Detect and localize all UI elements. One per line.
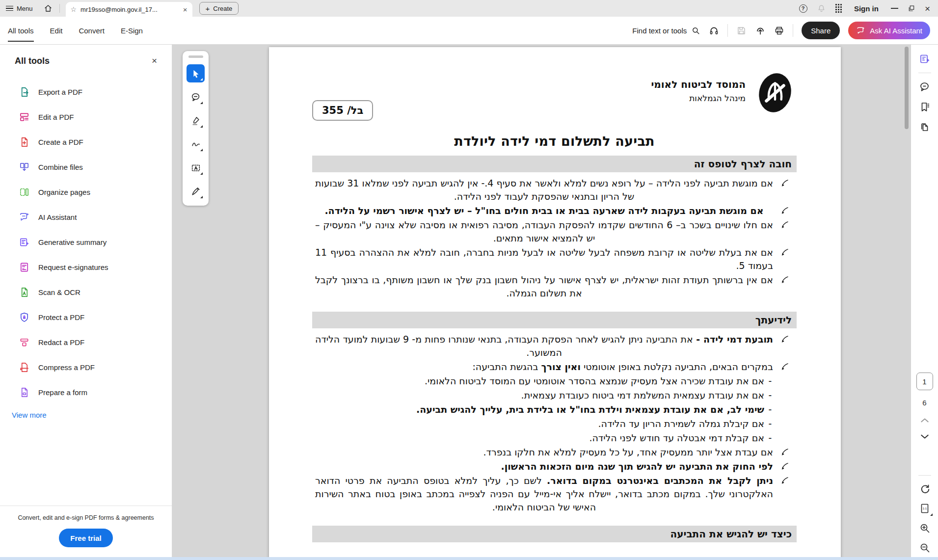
read-aloud-button[interactable] bbox=[709, 26, 719, 36]
bullet-text: אם קבלת דמי אבטלה עד חודש לפני הלידה. bbox=[315, 431, 764, 445]
sidebar-tool-edit-a-pdf[interactable]: Edit a PDF bbox=[0, 105, 172, 130]
free-trial-button[interactable]: Free trial bbox=[59, 529, 112, 547]
export-pdf-icon bbox=[19, 86, 30, 98]
hand-pointer-icon bbox=[773, 218, 796, 245]
home-button[interactable] bbox=[39, 0, 57, 17]
select-cursor-tool[interactable] bbox=[187, 64, 205, 82]
draw-tool[interactable] bbox=[187, 135, 205, 153]
page-number-input[interactable]: 1 bbox=[916, 373, 933, 390]
bullet-text: ניתן לקבל את המכתבים באינטרנט במקום בדוא… bbox=[315, 474, 773, 514]
org-subtitle: מינהל הגמלאות bbox=[651, 93, 746, 103]
zoom-out-icon bbox=[919, 542, 931, 554]
window-bottom-edge bbox=[0, 557, 938, 560]
window-minimize-button[interactable] bbox=[891, 8, 898, 9]
tab-esign[interactable]: E-Sign bbox=[121, 17, 143, 44]
view-more-link[interactable]: View more bbox=[0, 405, 47, 419]
sidebar-tool-create-a-pdf[interactable]: Create a PDF bbox=[0, 130, 172, 155]
window-close-button[interactable]: × bbox=[925, 4, 930, 13]
create-pdf-icon bbox=[19, 136, 30, 148]
sidebar-tool-organize-pages[interactable]: Organize pages bbox=[0, 180, 172, 205]
drag-handle[interactable] bbox=[188, 55, 203, 58]
sign-in-button[interactable]: Sign in bbox=[854, 4, 879, 13]
comments-panel-button[interactable] bbox=[918, 80, 931, 93]
bullet-text: אם קיבלת גמלה לשמירת הריון עד הלידה. bbox=[315, 417, 764, 430]
tool-label: Protect a PDF bbox=[38, 313, 84, 321]
notifications-bell-icon[interactable] bbox=[817, 4, 826, 13]
zoom-fit-button[interactable]: 1:1 bbox=[918, 502, 931, 515]
rotate-icon bbox=[919, 483, 931, 495]
dash-marker: - bbox=[764, 403, 776, 416]
bullet-text: אם את עובדת עצמאית המשלמת דמי ביטוח כעוב… bbox=[315, 389, 764, 402]
bullet-text: אם מוגשת תביעה בעקבות לידה שארעה בבית או… bbox=[315, 204, 773, 217]
sidebar-tool-scan-ocr[interactable]: Scan & OCR bbox=[0, 280, 172, 305]
print-button[interactable] bbox=[774, 26, 784, 36]
quick-tools-bar bbox=[183, 51, 209, 206]
bullet-text: לפי החוק את התביעה יש להגיש תוך שנה מיום… bbox=[315, 460, 773, 473]
dash-marker: - bbox=[764, 374, 776, 388]
draw-icon bbox=[190, 139, 201, 150]
create-button[interactable]: + Create bbox=[199, 2, 239, 15]
window-restore-button[interactable] bbox=[908, 4, 915, 12]
comment-icon bbox=[190, 92, 201, 103]
sidebar-tool-generative-summary[interactable]: Generative summary bbox=[0, 230, 172, 255]
right-rail: 1 6 1:1 bbox=[911, 45, 938, 557]
section-items: תובעת דמי לידה - את התביעה ניתן להגיש לא… bbox=[312, 328, 797, 514]
find-label: Find text or tools bbox=[632, 27, 687, 35]
print-icon bbox=[774, 26, 784, 36]
save-button[interactable] bbox=[736, 26, 747, 36]
page-copies-button[interactable] bbox=[918, 121, 931, 133]
share-button[interactable]: Share bbox=[802, 22, 840, 39]
tool-list: Export a PDFEdit a PDFCreate a PDFCombin… bbox=[0, 80, 172, 405]
next-page-button[interactable] bbox=[920, 433, 930, 440]
find-text-button[interactable]: Find text or tools bbox=[632, 26, 700, 35]
upload-cloud-button[interactable] bbox=[755, 25, 766, 36]
tool-label: Redact a PDF bbox=[38, 338, 84, 347]
highlight-tool[interactable] bbox=[187, 111, 205, 130]
comment-tool[interactable] bbox=[187, 88, 205, 106]
previous-page-button[interactable] bbox=[920, 417, 930, 424]
rotate-page-button[interactable] bbox=[918, 482, 931, 495]
chevron-up-icon bbox=[920, 417, 930, 424]
protect-pdf-icon bbox=[19, 312, 30, 323]
ask-ai-assistant-button[interactable]: Ask AI Assistant bbox=[848, 22, 930, 39]
sidebar-tool-redact-a-pdf[interactable]: Redact a PDF bbox=[0, 330, 172, 355]
hamburger-icon bbox=[6, 6, 13, 11]
hand-pointer-icon bbox=[773, 204, 796, 217]
generative-summary-button[interactable] bbox=[918, 53, 931, 65]
organize-pages-icon bbox=[19, 187, 30, 198]
app-switcher-icon[interactable] bbox=[835, 4, 842, 13]
tool-label: Request e-signatures bbox=[38, 263, 108, 271]
combine-files-icon bbox=[19, 161, 30, 173]
dash-marker: - bbox=[764, 417, 776, 430]
sidebar-tool-compress-a-pdf[interactable]: Compress a PDF bbox=[0, 355, 172, 380]
sidebar-tool-ai-assistant[interactable]: AI Assistant bbox=[0, 205, 172, 230]
main-toolbar: All tools Edit Convert E-Sign Find text … bbox=[0, 17, 938, 45]
menu-button[interactable]: Menu bbox=[0, 0, 39, 17]
sidebar-tool-combine-files[interactable]: Combine files bbox=[0, 155, 172, 180]
tab-edit[interactable]: Edit bbox=[50, 17, 63, 44]
tab-all-tools[interactable]: All tools bbox=[8, 17, 34, 44]
hand-pointer-icon bbox=[773, 474, 796, 514]
text-select-tool[interactable] bbox=[187, 159, 205, 177]
star-icon[interactable]: ☆ bbox=[71, 5, 77, 13]
rail-divider bbox=[918, 73, 931, 73]
bookmarks-panel-button[interactable] bbox=[918, 101, 931, 113]
tool-label: Create a PDF bbox=[38, 138, 83, 146]
zoom-in-button[interactable] bbox=[918, 522, 931, 534]
document-tab[interactable]: ☆ mr19sso@moin.gov.il_17... × bbox=[66, 2, 192, 17]
fill-sign-tool[interactable] bbox=[187, 182, 205, 200]
sidebar-tool-prepare-a-form[interactable]: Prepare a form bbox=[0, 380, 172, 405]
panel-close-icon[interactable]: × bbox=[152, 55, 157, 66]
sidebar-tool-protect-a-pdf[interactable]: Protect a PDF bbox=[0, 305, 172, 330]
vertical-scrollbar-thumb[interactable] bbox=[905, 47, 909, 129]
document-bullet: לפי החוק את התביעה יש להגיש תוך שנה מיום… bbox=[315, 460, 796, 473]
tab-close-icon[interactable]: × bbox=[183, 5, 188, 14]
tool-label: AI Assistant bbox=[38, 213, 77, 221]
sidebar-tool-export-a-pdf[interactable]: Export a PDF bbox=[0, 80, 172, 105]
sidebar-tool-request-e-signatures[interactable]: Request e-signatures bbox=[0, 255, 172, 280]
fill-sign-icon bbox=[190, 186, 201, 197]
tab-convert[interactable]: Convert bbox=[79, 17, 105, 44]
help-icon[interactable]: ? bbox=[799, 4, 807, 13]
bullet-text: תובעת דמי לידה - את התביעה ניתן להגיש לא… bbox=[315, 333, 773, 359]
zoom-out-button[interactable] bbox=[918, 541, 931, 554]
